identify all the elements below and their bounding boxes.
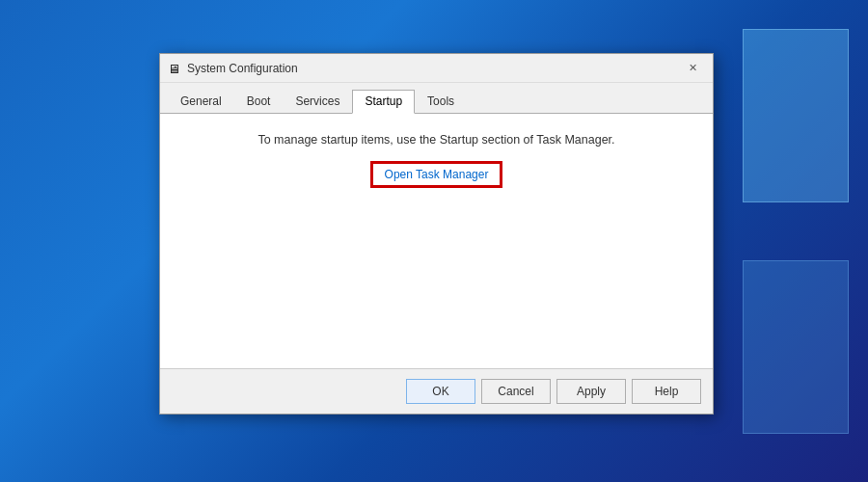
tabs-bar: General Boot Services Startup Tools — [160, 83, 713, 114]
tab-boot[interactable]: Boot — [234, 90, 284, 114]
decoration-panel-top — [743, 29, 849, 202]
system-configuration-dialog: 🖥 System Configuration ✕ General Boot Se… — [159, 53, 714, 415]
title-bar: 🖥 System Configuration ✕ — [160, 54, 713, 83]
desktop-decoration — [723, 29, 849, 434]
title-bar-left: 🖥 System Configuration — [168, 62, 298, 75]
desktop: 🖥 System Configuration ✕ General Boot Se… — [0, 0, 868, 482]
tab-content-startup: To manage startup items, use the Startup… — [160, 114, 713, 368]
dialog-icon: 🖥 — [168, 62, 181, 75]
cancel-button[interactable]: Cancel — [481, 379, 551, 404]
dialog-title: System Configuration — [187, 62, 298, 75]
apply-button[interactable]: Apply — [556, 379, 626, 404]
tab-services[interactable]: Services — [283, 90, 352, 114]
dialog-footer: OK Cancel Apply Help — [160, 368, 713, 414]
tab-general[interactable]: General — [168, 90, 234, 114]
tab-startup[interactable]: Startup — [352, 90, 415, 114]
help-button[interactable]: Help — [632, 379, 701, 404]
startup-message: To manage startup items, use the Startup… — [179, 133, 693, 147]
tab-tools[interactable]: Tools — [415, 90, 467, 114]
title-controls: ✕ — [680, 58, 705, 79]
decoration-panel-bottom — [743, 260, 849, 434]
close-button[interactable]: ✕ — [680, 58, 705, 79]
ok-button[interactable]: OK — [406, 379, 475, 404]
open-task-manager-button[interactable]: Open Task Manager — [371, 162, 502, 187]
